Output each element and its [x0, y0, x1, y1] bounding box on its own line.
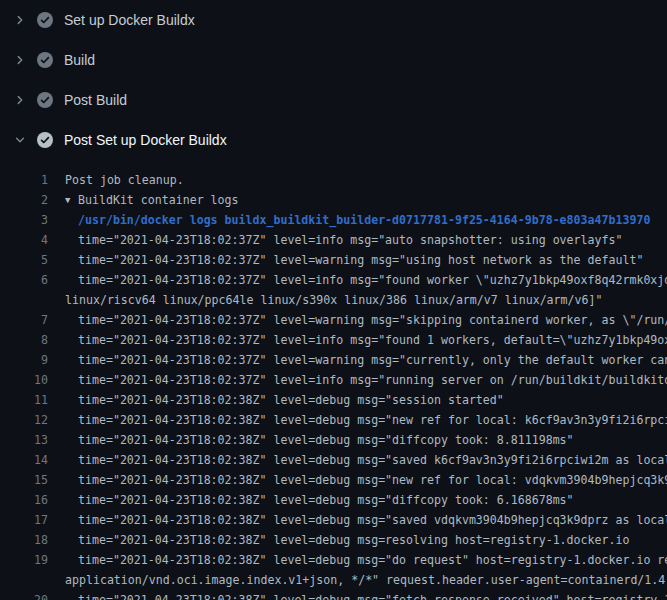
log-line: 13time="2021-04-23T18:02:38Z" level=debu… [0, 430, 667, 450]
log-view: 1Post job cleanup.2▼BuildKit container l… [0, 160, 667, 600]
log-text: time="2021-04-23T18:02:38Z" level=debug … [78, 390, 504, 410]
chevron-down-icon[interactable] [12, 132, 28, 148]
log-text: time="2021-04-23T18:02:38Z" level=debug … [78, 590, 667, 600]
log-text: linux/riscv64 linux/ppc64le linux/s390x … [65, 290, 602, 310]
log-line: 6time="2021-04-23T18:02:37Z" level=info … [0, 270, 667, 290]
log-line: 5time="2021-04-23T18:02:37Z" level=warni… [0, 250, 667, 270]
log-text: Post job cleanup. [65, 170, 184, 190]
log-line: 17time="2021-04-23T18:02:38Z" level=debu… [0, 510, 667, 530]
log-text: time="2021-04-23T18:02:37Z" level=info m… [78, 370, 667, 390]
line-number[interactable] [0, 290, 48, 310]
log-line-continuation: application/vnd.oci.image.index.v1+json,… [0, 570, 667, 590]
log-text: BuildKit container logs [78, 190, 239, 210]
log-line: 8time="2021-04-23T18:02:37Z" level=info … [0, 330, 667, 350]
step-title: Set up Docker Buildx [64, 12, 195, 28]
log-text: time="2021-04-23T18:02:37Z" level=warnin… [78, 310, 667, 330]
log-text[interactable]: /usr/bin/docker logs buildx_buildkit_bui… [78, 210, 650, 230]
chevron-right-icon[interactable] [12, 52, 28, 68]
log-line: 19time="2021-04-23T18:02:38Z" level=debu… [0, 550, 667, 570]
log-text: time="2021-04-23T18:02:38Z" level=debug … [78, 530, 629, 550]
check-circle-icon [37, 12, 53, 28]
log-text: time="2021-04-23T18:02:38Z" level=debug … [78, 550, 667, 570]
log-text: application/vnd.oci.image.index.v1+json,… [65, 570, 667, 590]
log-text: time="2021-04-23T18:02:38Z" level=debug … [78, 510, 667, 530]
line-number[interactable]: 18 [0, 530, 48, 550]
step-title: Post Set up Docker Buildx [64, 132, 227, 148]
step-header-build[interactable]: Build [0, 40, 667, 80]
check-circle-icon [37, 92, 53, 108]
line-number[interactable]: 17 [0, 510, 48, 530]
line-number[interactable]: 1 [0, 170, 48, 190]
log-text: time="2021-04-23T18:02:37Z" level=warnin… [78, 250, 643, 270]
log-line-continuation: linux/riscv64 linux/ppc64le linux/s390x … [0, 290, 667, 310]
steps-list: Set up Docker BuildxBuildPost BuildPost … [0, 0, 667, 160]
log-line: 1Post job cleanup. [0, 170, 667, 190]
log-text: time="2021-04-23T18:02:37Z" level=info m… [78, 330, 667, 350]
line-number[interactable]: 14 [0, 450, 48, 470]
log-text: time="2021-04-23T18:02:38Z" level=debug … [78, 410, 667, 430]
step-header-set-up-docker-buildx[interactable]: Set up Docker Buildx [0, 0, 667, 40]
log-line: 16time="2021-04-23T18:02:38Z" level=debu… [0, 490, 667, 510]
log-line: 18time="2021-04-23T18:02:38Z" level=debu… [0, 530, 667, 550]
log-line: 20time="2021-04-23T18:02:38Z" level=debu… [0, 590, 667, 600]
log-line: 12time="2021-04-23T18:02:38Z" level=debu… [0, 410, 667, 430]
line-number[interactable]: 20 [0, 590, 48, 600]
line-number[interactable] [0, 570, 48, 590]
line-number[interactable]: 8 [0, 330, 48, 350]
log-line: 15time="2021-04-23T18:02:38Z" level=debu… [0, 470, 667, 490]
line-number[interactable]: 7 [0, 310, 48, 330]
line-number[interactable]: 10 [0, 370, 48, 390]
log-line: 11time="2021-04-23T18:02:38Z" level=debu… [0, 390, 667, 410]
step-title: Build [64, 52, 95, 68]
log-text: time="2021-04-23T18:02:38Z" level=debug … [78, 450, 667, 470]
log-line: 14time="2021-04-23T18:02:38Z" level=debu… [0, 450, 667, 470]
log-line: 7time="2021-04-23T18:02:37Z" level=warni… [0, 310, 667, 330]
line-number[interactable]: 11 [0, 390, 48, 410]
log-line: 10time="2021-04-23T18:02:37Z" level=info… [0, 370, 667, 390]
log-text: time="2021-04-23T18:02:37Z" level=warnin… [78, 350, 667, 370]
step-header-post-build[interactable]: Post Build [0, 80, 667, 120]
collapse-triangle-icon[interactable]: ▼ [65, 190, 78, 210]
log-text: time="2021-04-23T18:02:38Z" level=debug … [78, 430, 574, 450]
log-text: time="2021-04-23T18:02:37Z" level=info m… [78, 270, 667, 290]
check-circle-icon [37, 132, 53, 148]
log-text: time="2021-04-23T18:02:37Z" level=info m… [78, 230, 622, 250]
line-number[interactable]: 6 [0, 270, 48, 290]
log-text: time="2021-04-23T18:02:38Z" level=debug … [78, 490, 574, 510]
line-number[interactable]: 15 [0, 470, 48, 490]
chevron-right-icon[interactable] [12, 92, 28, 108]
log-text: time="2021-04-23T18:02:38Z" level=debug … [78, 470, 667, 490]
line-number[interactable]: 3 [0, 210, 48, 230]
chevron-right-icon[interactable] [12, 12, 28, 28]
line-number[interactable]: 2 [0, 190, 48, 210]
line-number[interactable]: 5 [0, 250, 48, 270]
line-number[interactable]: 4 [0, 230, 48, 250]
log-line: 2▼BuildKit container logs [0, 190, 667, 210]
log-line-command: 3/usr/bin/docker logs buildx_buildkit_bu… [0, 210, 667, 230]
step-title: Post Build [64, 92, 127, 108]
check-circle-icon [37, 52, 53, 68]
line-number[interactable]: 16 [0, 490, 48, 510]
line-number[interactable]: 9 [0, 350, 48, 370]
step-header-post-set-up-docker-buildx[interactable]: Post Set up Docker Buildx [0, 120, 667, 160]
log-line: 4time="2021-04-23T18:02:37Z" level=info … [0, 230, 667, 250]
line-number[interactable]: 13 [0, 430, 48, 450]
line-number[interactable]: 19 [0, 550, 48, 570]
log-line: 9time="2021-04-23T18:02:37Z" level=warni… [0, 350, 667, 370]
line-number[interactable]: 12 [0, 410, 48, 430]
